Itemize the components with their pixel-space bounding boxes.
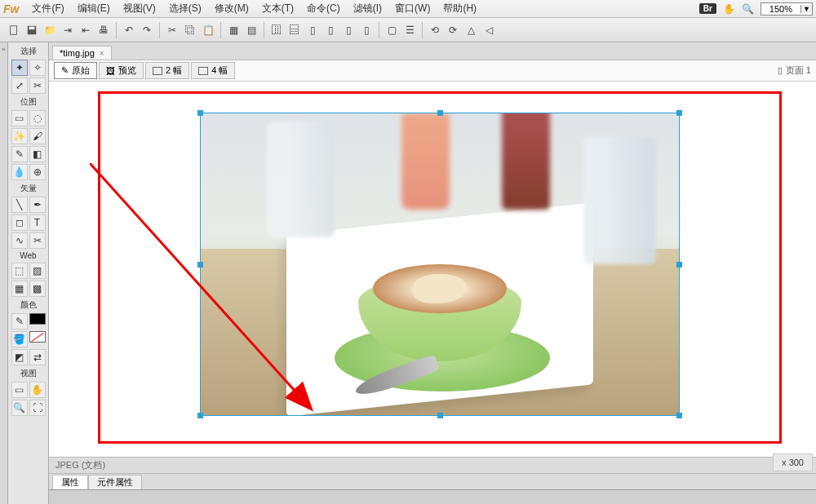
menu-window[interactable]: 窗口(W) [390,0,435,17]
screen-mode-tool[interactable]: ▭ [11,382,28,398]
subselect-tool[interactable]: ✧ [29,60,46,76]
resize-handle-bl[interactable] [197,413,203,418]
default-colors[interactable]: ◩ [11,349,28,365]
resize-handle-br[interactable] [676,413,682,418]
arrange1-icon[interactable]: ▢ [384,23,399,38]
menu-view[interactable]: 视图(V) [118,0,161,17]
copy-icon[interactable]: ⿻ [183,23,197,38]
lasso-tool[interactable]: ◌ [29,110,46,126]
paste-icon[interactable]: 📋 [201,23,215,38]
text-tool[interactable]: T [29,214,46,231]
menu-select[interactable]: 选择(S) [164,0,206,17]
separator [379,22,379,38]
menu-edit[interactable]: 编辑(E) [73,0,115,17]
zoom-select[interactable]: 150% ▼ [761,2,813,15]
properties-tabs: 属性 元件属性 [49,473,816,489]
doc-tab[interactable]: *timg.jpg × [52,46,112,60]
wand-tool[interactable]: ✨ [11,128,28,144]
open-icon[interactable]: 📁 [42,23,57,38]
resize-handle-tl[interactable] [197,110,203,116]
pointer-tool[interactable]: ✦ [11,60,28,76]
align4-icon[interactable]: ▯ [359,23,374,38]
view-preview-button[interactable]: 🖼 预览 [99,62,144,79]
hotspot-tool[interactable]: ⬚ [11,263,28,279]
resize-handle-tr[interactable] [676,110,682,116]
knife-tool[interactable]: ✂ [29,232,46,249]
swap-colors[interactable]: ⇄ [29,349,46,365]
separator [264,22,264,38]
marquee-tool[interactable]: ▭ [11,110,28,126]
hand-tool[interactable]: ✋ [29,382,46,398]
properties-panel [49,489,816,504]
prop-tab-properties[interactable]: 属性 [52,475,88,489]
undo-icon[interactable]: ↶ [122,23,136,38]
fill-color[interactable] [29,331,46,343]
resize-handle-mr[interactable] [676,262,682,267]
show-slice-tool[interactable]: ▩ [29,281,46,297]
pencil-icon: ✎ [61,65,69,76]
pencil-tool[interactable]: ✎ [11,146,28,162]
view-2up-button[interactable]: 2 幅 [145,62,189,79]
close-icon[interactable]: × [100,49,104,58]
stroke-color[interactable] [29,313,46,325]
hand-icon[interactable]: ✋ [723,3,735,15]
menu-help[interactable]: 帮助(H) [438,0,481,17]
bridge-button[interactable]: Br [699,3,716,14]
scale-tool[interactable]: ⤢ [11,77,28,94]
grid-icon[interactable]: ▤ [244,23,259,38]
align3-icon[interactable]: ▯ [341,23,356,38]
export-icon[interactable]: ⇤ [78,23,93,38]
group-icon[interactable]: ⿲ [269,23,284,38]
save-icon[interactable] [24,23,39,38]
stamp-tool[interactable]: ⊕ [29,164,46,180]
menu-bar: Fw 文件(F) 编辑(E) 视图(V) 选择(S) 修改(M) 文本(T) 命… [0,0,816,18]
zoom-icon[interactable]: 🔍 [742,3,754,15]
crop-tool[interactable]: ✂ [29,77,46,94]
rotate2-icon[interactable]: ⟳ [446,23,460,38]
view-4up-button[interactable]: 4 幅 [191,62,235,79]
zoom-tool[interactable]: 🔍 [11,400,28,416]
resize-handle-tm[interactable] [437,110,443,116]
ungroup-icon[interactable]: ⿳ [287,23,302,38]
menu-text[interactable]: 文本(T) [257,0,299,17]
resize-handle-ml[interactable] [197,262,203,267]
menu-filters[interactable]: 滤镜(I) [348,0,387,17]
eraser-tool[interactable]: ◧ [29,146,46,162]
selection-bounds[interactable] [200,113,680,416]
stroke-picker[interactable]: ✎ [11,313,28,329]
sidebar-collapse-handle[interactable]: » [0,42,8,504]
arrange2-icon[interactable]: ☰ [402,23,417,38]
align2-icon[interactable]: ▯ [323,23,338,38]
menu-file[interactable]: 文件(F) [27,0,69,17]
cut-icon[interactable]: ✂ [165,23,180,38]
flip-h-icon[interactable]: △ [463,23,478,38]
shape-tool[interactable]: ◻ [11,214,28,231]
menu-commands[interactable]: 命令(C) [302,0,345,17]
brush-tool[interactable]: 🖌 [29,128,46,144]
blur-tool[interactable]: 💧 [11,164,28,180]
pen-tool[interactable]: ✒ [29,197,46,213]
prop-tab-component[interactable]: 元件属性 [88,475,142,489]
view-bar: ✎ 原始 🖼 预览 2 幅 4 幅 ▯ 页面 1 [49,60,816,82]
freeform-tool[interactable]: ∿ [11,232,28,249]
canvas[interactable] [49,82,816,457]
align1-icon[interactable]: ▯ [305,23,320,38]
flip-v-icon[interactable]: ◁ [481,23,496,38]
fullscreen-tool[interactable]: ⛶ [29,400,46,416]
import-icon[interactable]: ⇥ [60,23,75,38]
view-original-button[interactable]: ✎ 原始 [54,62,97,79]
fill-picker[interactable]: 🪣 [11,331,28,347]
menu-modify[interactable]: 修改(M) [210,0,254,17]
new-icon[interactable] [7,23,21,38]
document-area: *timg.jpg × ✎ 原始 🖼 预览 2 幅 4 幅 ▯ [49,42,816,504]
slice-tool[interactable]: ▨ [29,263,46,279]
separator [220,22,221,38]
chevron-down-icon[interactable]: ▼ [800,5,812,13]
hide-slice-tool[interactable]: ▦ [11,281,28,297]
line-tool[interactable]: ╲ [11,197,28,213]
redo-icon[interactable]: ↷ [140,23,154,38]
print-icon[interactable]: 🖶 [96,23,111,38]
rotate1-icon[interactable]: ⟲ [428,23,442,38]
resize-handle-bm[interactable] [437,413,443,418]
layer-icon[interactable]: ▦ [226,23,241,38]
